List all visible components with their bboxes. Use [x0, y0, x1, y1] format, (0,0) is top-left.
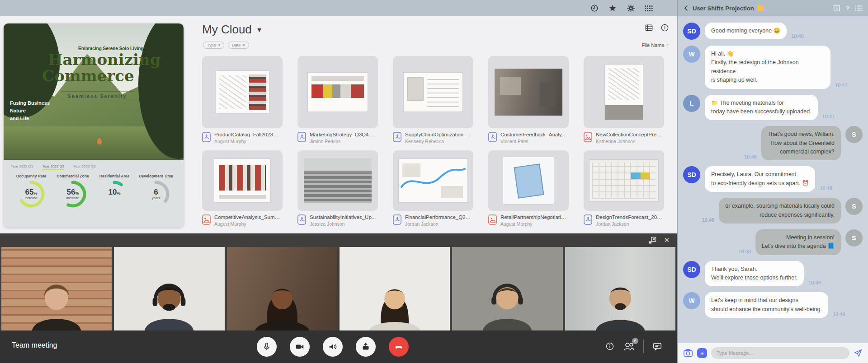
participant-video-tile[interactable]	[565, 247, 675, 330]
my-cloud-section: My Cloud▼ Type▾ Date▾ File Name↑ Product…	[202, 16, 674, 233]
avatar: W	[683, 46, 700, 63]
video-call-strip: ✕ Team meeting	[0, 233, 677, 363]
participant-video-tile[interactable]	[227, 247, 337, 330]
presentation-slide-preview[interactable]: Embracing Serene Solo Living Harmonizing…	[4, 23, 184, 228]
meeting-title: Team meeting	[12, 341, 57, 349]
panel-view-icon[interactable]	[833, 5, 840, 12]
chat-panel: User Shifts Projection ? SD Good morning…	[677, 0, 868, 363]
close-icon[interactable]: ✕	[664, 236, 670, 244]
chat-message-bubble: Let's keep in mind that our designs shou…	[705, 292, 828, 318]
speaker-button[interactable]	[323, 337, 343, 357]
avatar: S	[845, 198, 863, 215]
message-time: 10:49	[833, 312, 845, 317]
participant-video-tile[interactable]	[114, 247, 224, 330]
participant-video-tile[interactable]	[1, 247, 112, 330]
chat-message: 10:48 or example, sourcing materials loc…	[683, 198, 863, 223]
chat-message-bubble: Meeting in session! Let's dive into the …	[755, 229, 841, 255]
file-card[interactable]: CompetitiveAnalysis_Summ...August Murphy	[202, 150, 283, 227]
chat-message: W Hi all, 👋 Firstly, the redesign of the…	[683, 46, 863, 89]
star-icon[interactable]	[608, 4, 617, 13]
my-cloud-dropdown[interactable]: My Cloud▼	[202, 23, 263, 37]
camera-icon[interactable]	[683, 349, 693, 358]
call-control-bar: Team meeting 6	[0, 330, 677, 363]
pdf-file-icon	[584, 214, 592, 225]
chat-message: 10:48 Meeting in session! Let's dive int…	[683, 229, 863, 255]
folder-icon	[757, 6, 764, 11]
pdf-file-icon	[202, 132, 211, 142]
chat-message-bubble: Precisely, Laura. Our commitment to eco-…	[705, 166, 815, 192]
file-card[interactable]: SustainabilityInitiatives_Up...Jessica J…	[297, 150, 378, 227]
chevron-down-icon: ▼	[256, 26, 263, 33]
chat-input-bar: +	[678, 343, 868, 363]
file-card[interactable]: MarketingStrategy_Q3Q4.pdfJiminn Perkins	[297, 56, 378, 144]
chat-message: L 📁 The meeting materials for today have…	[683, 95, 863, 121]
gear-icon[interactable]	[626, 4, 635, 13]
avatar: SD	[683, 166, 700, 183]
file-card[interactable]: RetailPartnershipNegotiatia...August Mur…	[488, 150, 569, 227]
pdf-file-icon	[297, 214, 306, 225]
participant-tiles	[0, 247, 677, 330]
image-file-icon	[584, 132, 592, 142]
camera-toggle-button[interactable]	[290, 337, 310, 357]
participant-video-tile[interactable]	[340, 247, 450, 330]
slide-quarter-tabs: Year 2022 Q1 Year 2022 Q2 Year 2022 Q3	[11, 164, 176, 170]
chat-message-bubble: Hi all, 👋 Firstly, the redesign of the J…	[705, 46, 830, 89]
avatar: W	[683, 292, 700, 309]
stat-residential-area: Residential Area 10%	[94, 174, 135, 209]
message-time: 10:48	[744, 154, 757, 159]
info-icon[interactable]	[660, 23, 669, 32]
image-file-icon	[202, 214, 211, 225]
filter-type-dropdown[interactable]: Type▾	[203, 42, 224, 49]
chat-bubble-icon[interactable]	[652, 341, 662, 351]
person-figure	[97, 138, 102, 144]
sort-by-file-name[interactable]: File Name↑	[642, 42, 669, 48]
chat-message: 10:48 That's good news, William. How abo…	[683, 126, 863, 160]
file-card[interactable]: SupplyChainOptimization_...Kennedy Rebec…	[393, 56, 473, 144]
file-card[interactable]: CustomerFeedback_Analys...Vincent Patel	[488, 56, 569, 144]
file-card[interactable]: ProductCatalog_Fall2023.pdfAugust Murphy	[202, 56, 283, 144]
add-attachment-button[interactable]: +	[697, 348, 707, 358]
avatar: S	[845, 229, 863, 247]
tab-year-2022-q3[interactable]: Year 2022 Q3	[73, 164, 95, 170]
avatar: S	[845, 126, 863, 143]
pdf-file-icon	[297, 132, 306, 142]
file-card[interactable]: DesignTrendsForecast_202...Jordan Jackso…	[584, 150, 664, 227]
participants-icon[interactable]: 6	[623, 341, 635, 352]
participant-video-tile[interactable]	[452, 247, 562, 330]
chat-message-bubble: Thank you, Sarah. We'll explore those op…	[705, 261, 804, 287]
tab-year-2022-q2[interactable]: Year 2022 Q2	[42, 164, 64, 170]
message-input[interactable]	[711, 347, 849, 359]
residential-donut-chart: 10%	[100, 180, 129, 209]
help-icon[interactable]: ?	[846, 5, 849, 12]
apps-grid-icon[interactable]	[644, 4, 653, 13]
meeting-info-icon[interactable]	[605, 342, 614, 351]
list-view-icon[interactable]	[645, 23, 653, 32]
menu-list-icon[interactable]	[855, 5, 863, 11]
image-file-icon	[488, 214, 497, 225]
chat-message: W Let's keep in mind that our designs sh…	[683, 292, 863, 318]
chat-message-list: SD Good morning everyone 😄 10:46 W Hi al…	[678, 16, 868, 343]
avatar: L	[683, 95, 700, 112]
present-screen-button[interactable]	[356, 337, 376, 357]
slide-subtitle: Seamless Serenity	[60, 91, 134, 101]
popout-icon[interactable]	[649, 237, 656, 244]
send-icon[interactable]	[854, 349, 863, 358]
chevron-down-icon: ▾	[243, 43, 245, 47]
slide-side-note: Fusing Business Nature and Life	[10, 99, 50, 122]
file-card[interactable]: NewCollectionConceptPres...Katherine Joh…	[584, 56, 664, 144]
avatar: SD	[683, 261, 700, 278]
hang-up-button[interactable]	[389, 337, 409, 357]
message-time: 10:48	[702, 217, 715, 223]
stat-commercial-zone: Commercial Zone 56% increase	[52, 174, 93, 209]
file-card[interactable]: FinancialPerformance_Q2.pdfJordan Jackso…	[393, 150, 473, 227]
filter-date-dropdown[interactable]: Date▾	[228, 42, 249, 49]
back-chevron-icon[interactable]	[683, 5, 689, 11]
clock-icon[interactable]	[590, 4, 599, 13]
tab-year-2022-q1[interactable]: Year 2022 Q1	[11, 164, 33, 170]
chat-message-bubble: or example, sourcing materials locally c…	[719, 198, 841, 223]
message-time: 10:49	[808, 280, 821, 285]
pdf-file-icon	[393, 132, 401, 142]
mute-mic-button[interactable]	[257, 337, 277, 357]
divider	[643, 340, 644, 353]
participants-count-badge: 6	[632, 338, 638, 344]
